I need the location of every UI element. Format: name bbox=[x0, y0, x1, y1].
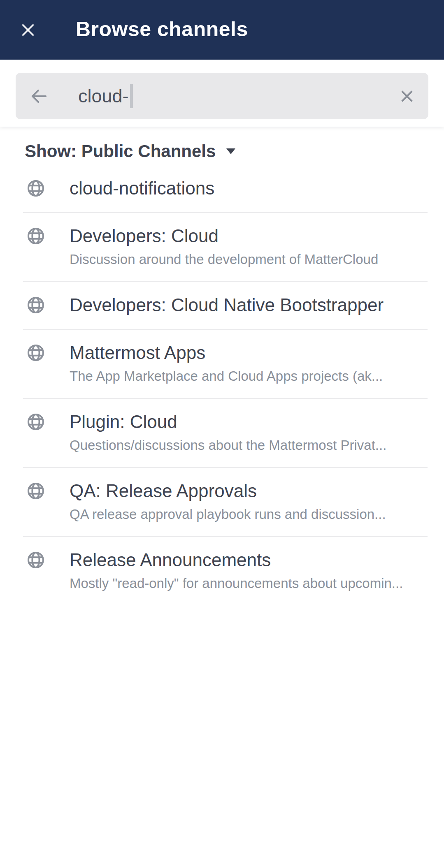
close-icon bbox=[19, 21, 37, 39]
search-input-value: cloud- bbox=[78, 86, 129, 107]
arrow-left-icon bbox=[29, 86, 49, 106]
channel-name: cloud-notifications bbox=[70, 177, 428, 200]
modal-header: Browse channels bbox=[0, 0, 444, 60]
text-cursor bbox=[130, 84, 133, 108]
channel-texts: Release Announcements Mostly "read-only"… bbox=[70, 549, 428, 593]
channel-list: cloud-notifications Developers: Cloud Di… bbox=[0, 165, 444, 605]
globe-icon bbox=[26, 178, 46, 198]
channel-list-item[interactable]: Mattermost Apps The App Marketplace and … bbox=[0, 330, 444, 398]
globe-icon bbox=[26, 412, 46, 432]
channel-texts: Plugin: Cloud Questions/discussions abou… bbox=[70, 410, 428, 455]
search-input[interactable]: cloud- bbox=[16, 73, 428, 119]
channel-list-item[interactable]: cloud-notifications bbox=[0, 165, 444, 212]
globe-icon bbox=[26, 226, 46, 246]
globe-icon bbox=[26, 481, 46, 501]
close-icon bbox=[399, 88, 415, 104]
browse-channels-screen: Browse channels cloud- bbox=[0, 0, 444, 868]
channel-name: Developers: Cloud Native Bootstrapper bbox=[70, 294, 428, 317]
channel-description: Questions/discussions about the Mattermo… bbox=[70, 436, 428, 455]
channel-name: Release Announcements bbox=[70, 549, 428, 572]
close-button[interactable] bbox=[18, 20, 38, 40]
search-section: cloud- bbox=[0, 60, 444, 127]
channel-list-item[interactable]: Developers: Cloud Native Bootstrapper bbox=[0, 282, 444, 329]
channel-name: Mattermost Apps bbox=[70, 341, 428, 364]
page-title: Browse channels bbox=[76, 17, 248, 41]
globe-icon bbox=[26, 343, 46, 363]
globe-icon bbox=[26, 295, 46, 315]
clear-search-button[interactable] bbox=[398, 87, 416, 105]
filter-label: Show: Public Channels bbox=[25, 141, 216, 161]
channel-name: QA: Release Approvals bbox=[70, 479, 428, 502]
channel-description: Discussion around the development of Mat… bbox=[70, 250, 428, 269]
channel-type-filter[interactable]: Show: Public Channels bbox=[25, 139, 235, 164]
channel-texts: QA: Release Approvals QA release approva… bbox=[70, 479, 428, 524]
globe-icon bbox=[26, 550, 46, 570]
channel-list-item[interactable]: QA: Release Approvals QA release approva… bbox=[0, 468, 444, 536]
caret-down-icon bbox=[226, 148, 235, 154]
back-button[interactable] bbox=[29, 86, 49, 106]
channel-texts: Developers: Cloud Discussion around the … bbox=[70, 225, 428, 269]
channel-texts: Developers: Cloud Native Bootstrapper bbox=[70, 294, 428, 317]
channel-description: Mostly "read-only" for announcements abo… bbox=[70, 574, 428, 593]
channel-texts: Mattermost Apps The App Marketplace and … bbox=[70, 341, 428, 386]
channel-list-item[interactable]: Release Announcements Mostly "read-only"… bbox=[0, 537, 444, 605]
channel-texts: cloud-notifications bbox=[70, 177, 428, 200]
channel-name: Developers: Cloud bbox=[70, 225, 428, 248]
channel-list-item[interactable]: Developers: Cloud Discussion around the … bbox=[0, 213, 444, 281]
channel-name: Plugin: Cloud bbox=[70, 410, 428, 433]
channel-description: The App Marketplace and Cloud Apps proje… bbox=[70, 367, 428, 386]
channel-list-item[interactable]: Plugin: Cloud Questions/discussions abou… bbox=[0, 399, 444, 467]
channel-description: QA release approval playbook runs and di… bbox=[70, 505, 428, 524]
